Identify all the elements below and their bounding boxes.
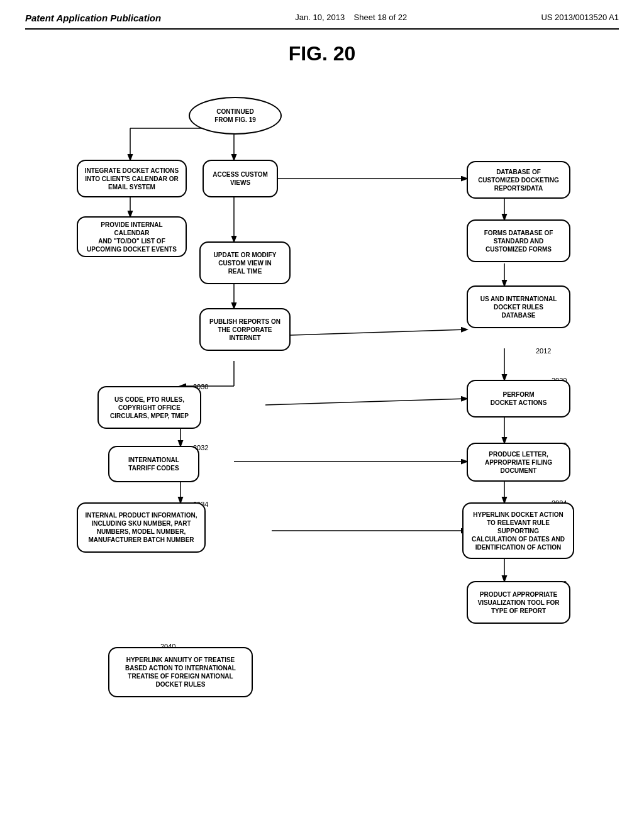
node-2011: US AND INTERNATIONAL DOCKET RULES DATABA… xyxy=(467,285,570,328)
node-2024: HYPERLINK DOCKET ACTION TO RELEVANT RULE… xyxy=(462,502,574,559)
node-2040: HYPERLINK ANNUITY OF TREATISE BASED ACTI… xyxy=(108,647,253,697)
header-date-sheet: Jan. 10, 2013 Sheet 18 of 22 xyxy=(295,13,407,22)
svg-line-16 xyxy=(265,399,467,405)
node-2008: DATABASE OF CUSTOMIZED DOCKETING REPORTS… xyxy=(467,161,570,199)
svg-line-9 xyxy=(272,329,467,336)
page: Patent Application Publication Jan. 10, … xyxy=(0,0,644,830)
node-2010: FORMS DATABASE OF STANDARD AND CUSTOMIZE… xyxy=(467,219,570,262)
header-patent-num: US 2013/0013520 A1 xyxy=(541,13,619,22)
node-2022: PRODUCE LETTER, APPROPRIATE FILING DOCUM… xyxy=(467,443,570,482)
node-2034: INTERNAL PRODUCT INFORMATION, INCLUDING … xyxy=(77,502,206,553)
node-2016: PUBLISH REPORTS ON THE CORPORATE INTERNE… xyxy=(199,308,291,351)
node-2004: PROVIDE INTERNAL CALENDAR AND "TO/DO" LI… xyxy=(77,216,187,257)
node-2030: US CODE, PTO RULES, COPYRIGHT OFFICE CIR… xyxy=(97,386,201,429)
node-2032: INTERNATIONAL TARRIFF CODES xyxy=(108,446,199,482)
node-2026: PRODUCT APPROPRIATE VISUALIZATION TOOL F… xyxy=(467,581,570,624)
flowchart: CONTINUED FROM FIG. 19 2002 INTEGRATE DO… xyxy=(26,84,618,814)
page-header: Patent Application Publication Jan. 10, … xyxy=(25,13,619,30)
node-2002: INTEGRATE DOCKET ACTIONS INTO CLIENT'S C… xyxy=(77,160,187,197)
label-2012: 2012 xyxy=(536,347,551,355)
node-2014: UPDATE OR MODIFY CUSTOM VIEW IN REAL TIM… xyxy=(199,241,291,284)
node-2006: ACCESS CUSTOM VIEWS xyxy=(203,160,278,197)
header-title: Patent Application Publication xyxy=(25,13,161,23)
node-continued: CONTINUED FROM FIG. 19 xyxy=(189,97,282,135)
node-2020: PERFORM DOCKET ACTIONS xyxy=(467,380,570,418)
figure-title: FIG. 20 xyxy=(25,42,619,65)
